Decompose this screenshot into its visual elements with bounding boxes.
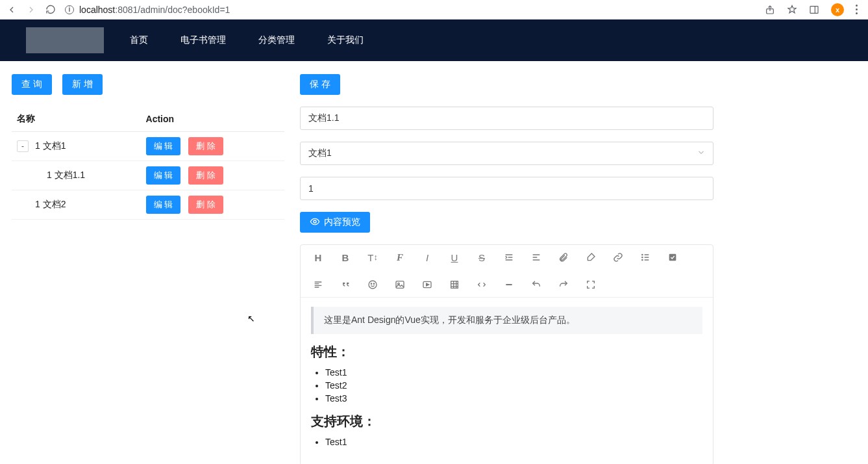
svg-point-8: [371, 283, 371, 284]
svg-point-2: [314, 220, 316, 223]
table-icon[interactable]: [449, 279, 460, 290]
quote-block: 这里是Ant Design的Vue实现，开发和服务于企业级后台产品。: [311, 307, 702, 334]
underline-icon[interactable]: U: [449, 251, 460, 263]
col-action: Action: [141, 107, 284, 132]
parent-select-value[interactable]: [300, 142, 713, 165]
editor-toolbar: H B T↕ F I U S: [301, 245, 713, 298]
url-host: localhost: [79, 5, 115, 15]
delete-button[interactable]: 删 除: [188, 196, 223, 214]
nav-home[interactable]: 首页: [123, 34, 155, 46]
svg-point-3: [642, 254, 643, 255]
table-row: 1 文档1.1 编 辑 删 除: [12, 161, 284, 190]
list-icon[interactable]: [639, 251, 651, 263]
svg-point-5: [642, 259, 643, 260]
font-icon[interactable]: F: [394, 251, 406, 263]
undo-icon[interactable]: [530, 279, 542, 290]
top-nav: 首页 电子书管理 分类管理 关于我们: [0, 19, 868, 61]
title-input[interactable]: [300, 107, 713, 130]
panel-icon[interactable]: [809, 5, 819, 15]
svg-point-9: [373, 283, 374, 284]
nav-ebook[interactable]: 电子书管理: [174, 34, 232, 46]
right-panel: 保 存 内容预览 H B T↕: [300, 74, 856, 464]
svg-rect-1: [810, 6, 818, 13]
expand-toggle[interactable]: -: [17, 140, 29, 152]
add-button[interactable]: 新 增: [62, 74, 103, 95]
fullscreen-icon[interactable]: [585, 279, 597, 290]
url-bar[interactable]: i localhost:8081/admin/doc?ebookId=1: [65, 5, 756, 15]
bold-icon[interactable]: B: [340, 251, 351, 263]
col-name: 名称: [12, 107, 141, 132]
heading-env: 支持环境：: [311, 413, 702, 430]
url-path: :8081/admin/doc?ebookId=1: [115, 5, 230, 15]
row-name: 1 文档1: [35, 140, 66, 152]
forward-icon: [26, 5, 36, 15]
query-button[interactable]: 查 询: [12, 74, 52, 95]
sort-input[interactable]: [300, 177, 713, 200]
align-icon[interactable]: [530, 251, 542, 263]
svg-point-4: [642, 257, 643, 257]
heading-features: 特性：: [311, 343, 702, 361]
share-icon[interactable]: [765, 5, 775, 15]
emoji-icon[interactable]: [367, 279, 378, 290]
site-info-icon[interactable]: i: [65, 5, 74, 14]
reload-icon[interactable]: [45, 5, 56, 15]
fontsize-icon[interactable]: T↕: [367, 251, 378, 263]
brush-icon[interactable]: [585, 251, 597, 263]
svg-rect-10: [396, 281, 404, 289]
svg-point-7: [369, 281, 377, 289]
editor-body[interactable]: 这里是Ant Design的Vue实现，开发和服务于企业级后台产品。 特性： T…: [301, 298, 713, 464]
video-icon[interactable]: [421, 279, 433, 290]
link-icon[interactable]: [612, 251, 624, 263]
parent-select[interactable]: [300, 142, 713, 165]
hr-icon[interactable]: [503, 279, 515, 290]
left-panel: 查 询 新 增 名称 Action - 1 文档1: [12, 74, 284, 464]
delete-button[interactable]: 删 除: [188, 137, 223, 155]
svg-rect-6: [669, 254, 676, 261]
italic-icon[interactable]: I: [421, 251, 433, 263]
editor: H B T↕ F I U S: [300, 244, 713, 464]
list-item: Test1: [325, 437, 702, 447]
redo-icon[interactable]: [558, 279, 569, 290]
indent-icon[interactable]: [503, 251, 515, 263]
svg-rect-13: [451, 281, 458, 289]
browser-chrome: i localhost:8081/admin/doc?ebookId=1 x: [0, 0, 868, 19]
table-row: 1 文档2 编 辑 删 除: [12, 190, 284, 220]
chevron-down-icon: [697, 148, 706, 159]
nav-about[interactable]: 关于我们: [321, 34, 370, 46]
link-attach-icon[interactable]: [558, 251, 569, 263]
checkbox-icon[interactable]: [667, 251, 678, 263]
code-icon[interactable]: [476, 279, 488, 290]
preview-button[interactable]: 内容预览: [300, 212, 370, 233]
menu-dots-icon[interactable]: [856, 5, 858, 14]
row-name: 1 文档1.1: [17, 170, 136, 181]
delete-button[interactable]: 删 除: [188, 166, 223, 185]
star-icon[interactable]: [787, 5, 797, 15]
doc-table: 名称 Action - 1 文档1 编 辑 删 除: [12, 107, 284, 220]
list-item: Test2: [325, 380, 702, 391]
edit-button[interactable]: 编 辑: [146, 196, 181, 214]
eye-icon: [310, 216, 320, 229]
nav-category[interactable]: 分类管理: [252, 34, 301, 46]
save-button[interactable]: 保 存: [300, 74, 340, 95]
logo-placeholder: [26, 27, 104, 53]
image-icon[interactable]: [394, 279, 406, 290]
align-left-icon[interactable]: [312, 279, 324, 290]
list-item: Test3: [325, 393, 702, 404]
row-name: 1 文档2: [17, 199, 136, 211]
back-icon[interactable]: [6, 5, 17, 15]
preview-label: 内容预览: [324, 216, 360, 228]
list-item: Test1: [325, 367, 702, 378]
edit-button[interactable]: 编 辑: [146, 137, 181, 155]
env-list: Test1: [311, 437, 702, 447]
edit-button[interactable]: 编 辑: [146, 166, 181, 185]
quote-icon[interactable]: [340, 279, 351, 290]
heading-icon[interactable]: H: [312, 251, 324, 263]
profile-avatar[interactable]: x: [831, 3, 844, 16]
features-list: Test1 Test2 Test3: [311, 367, 702, 404]
table-row: - 1 文档1 编 辑 删 除: [12, 132, 284, 161]
strike-icon[interactable]: S: [476, 251, 488, 263]
